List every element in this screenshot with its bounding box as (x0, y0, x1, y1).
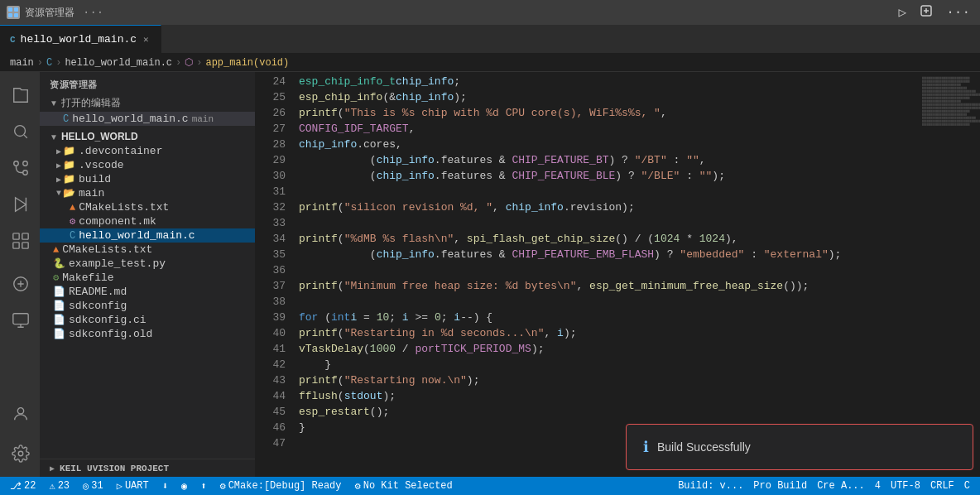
makefile-icon: ⚙ (53, 272, 59, 284)
more-icon[interactable]: ··· (943, 5, 973, 20)
sidebar-item-hello-main[interactable]: C hello_world_main.c (40, 228, 255, 243)
sidebar-label: CMakeLists.txt (62, 243, 152, 256)
status-eol[interactable]: CRLF (927, 480, 958, 492)
sidebar-item-readme[interactable]: 📄 README.md (40, 285, 255, 299)
svg-point-6 (14, 161, 19, 166)
title-text: 资源管理器 (25, 6, 74, 20)
activity-remote[interactable] (3, 304, 36, 337)
status-download[interactable]: ⬇ (159, 480, 171, 493)
activity-bar (0, 72, 40, 477)
sidebar-item-sdkconfig-old[interactable]: 📄 sdkconfig.old (40, 327, 255, 341)
open-file-badge: main (192, 114, 214, 124)
cmake-icon: ▲ (70, 202, 75, 214)
svg-rect-3 (14, 13, 18, 17)
status-pro-build[interactable]: Pro Build (750, 480, 810, 492)
sidebar-item-build[interactable]: ▶ 📁 build (40, 172, 255, 186)
chevron-down-icon: ▼ (50, 132, 58, 142)
status-connect[interactable]: ◉ (178, 480, 190, 493)
root-folder-section[interactable]: ▼ HELLO_WORLD (40, 126, 255, 144)
breadcrumb-main[interactable]: main (10, 57, 34, 69)
open-file-item[interactable]: C hello_world_main.c main (40, 112, 255, 126)
git-icon: ⎇ (10, 480, 22, 493)
activity-search[interactable] (3, 115, 36, 148)
sidebar-item-example-test[interactable]: 🐍 example_test.py (40, 257, 255, 271)
sidebar-label: sdkconfig.ci (69, 314, 147, 326)
line-numbers: 2425262728293031323334353637383940414243… (255, 72, 292, 477)
keil-project-label: KEIL UVISION PROJECT (60, 464, 169, 473)
comp-icon: ⚙ (70, 215, 75, 228)
tab-label: hello_world_main.c (21, 33, 137, 46)
status-lang[interactable]: C (961, 480, 973, 492)
breadcrumb-function[interactable]: app_main(void) (205, 57, 289, 69)
chevron-right-icon: ▶ (53, 161, 61, 171)
folder-icon: 📁 (63, 159, 75, 171)
sidebar-item-makefile[interactable]: ⚙ Makefile (40, 271, 255, 285)
svg-rect-2 (8, 13, 12, 17)
sidebar-label: Makefile (62, 272, 113, 284)
status-kit[interactable]: ⚙ No Kit Selected (352, 480, 456, 493)
activity-run[interactable] (3, 188, 36, 221)
title-bar-left: 资源管理器 ··· (7, 6, 103, 20)
tab-close-button[interactable]: ✕ (142, 32, 151, 46)
file-icon: 📄 (53, 300, 65, 312)
sidebar-item-sdkconfig-ci[interactable]: 📄 sdkconfig.ci (40, 313, 255, 327)
tab-hello-world-main[interactable]: C hello_world_main.c ✕ (0, 25, 161, 53)
code-editor[interactable]: 2425262728293031323334353637383940414243… (255, 72, 980, 477)
sidebar-item-vscode[interactable]: ▶ 📁 .vscode (40, 158, 255, 172)
cmake-icon: ▲ (53, 244, 59, 256)
sidebar-item-sdkconfig[interactable]: 📄 sdkconfig (40, 299, 255, 313)
activity-source-control[interactable] (3, 151, 36, 185)
sidebar-label: .devcontainer (79, 145, 162, 157)
code-content[interactable]: esp_chip_info_t chip_info; esp_chip_info… (292, 72, 906, 477)
status-num[interactable]: 4 (872, 480, 884, 492)
status-branch-text: 22 (24, 480, 36, 492)
sidebar-item-cmakelists-main[interactable]: ▲ CMakeLists.txt (40, 200, 255, 214)
info-icon: ℹ (643, 438, 649, 456)
status-pro-build-text: Pro Build (753, 480, 807, 492)
breadcrumb-filename[interactable]: hello_world_main.c (65, 57, 172, 69)
sidebar-item-main[interactable]: ▼ 📂 main (40, 186, 255, 200)
activity-account[interactable] (3, 397, 36, 430)
svg-rect-1 (14, 7, 18, 12)
kit-icon: ⚙ (355, 480, 361, 493)
sidebar-item-component-mk[interactable]: ⚙ component.mk (40, 214, 255, 228)
build-success-notification: ℹ Build Successfully (626, 424, 973, 470)
status-build[interactable]: Build: v... (675, 480, 747, 492)
chevron-right-icon: ▶ (53, 147, 61, 156)
folder-open-icon: 📂 (63, 187, 75, 199)
chevron-right-icon: ▶ (53, 175, 61, 185)
status-upload[interactable]: ⬆ (197, 480, 209, 493)
chevron-right-icon: ▶ (50, 464, 55, 473)
title-dots[interactable]: ··· (83, 6, 103, 19)
svg-rect-15 (13, 314, 28, 324)
root-folder-name: HELLO_WORLD (61, 131, 138, 142)
uart-icon: ▷ (117, 480, 122, 493)
app-icon (7, 6, 20, 19)
status-remote[interactable]: ◎ 31 (79, 480, 107, 493)
open-file-name: hello_world_main.c (72, 113, 188, 125)
open-editors-label: 打开的编辑器 (61, 96, 121, 110)
tab-bar: C hello_world_main.c ✕ (0, 25, 980, 54)
activity-explorer[interactable] (3, 79, 36, 112)
status-cmake[interactable]: ⚙ CMake:[Debug] Ready (216, 480, 344, 493)
status-errors[interactable]: ⚠ 23 (46, 480, 73, 493)
open-editors-section[interactable]: ▼ 打开的编辑器 (40, 94, 255, 112)
editor-area: 2425262728293031323334353637383940414243… (255, 72, 980, 477)
sidebar-item-cmakelists-root[interactable]: ▲ CMakeLists.txt (40, 243, 255, 257)
keil-project-section[interactable]: ▶ KEIL UVISION PROJECT (40, 459, 255, 477)
debug-icon[interactable] (916, 4, 936, 22)
status-encoding[interactable]: UTF-8 (887, 480, 924, 492)
sidebar-label: hello_world_main.c (79, 229, 195, 242)
chevron-down-icon: ▼ (53, 189, 61, 198)
run-button[interactable]: ▷ (896, 4, 910, 21)
sidebar-item-devcontainer[interactable]: ▶ 📁 .devcontainer (40, 144, 255, 158)
status-cre-text: Cre A... (817, 480, 865, 492)
status-uart[interactable]: ▷ UART (113, 480, 152, 493)
breadcrumb-c-icon: C (46, 57, 52, 69)
status-branch[interactable]: ⎇ 22 (7, 480, 39, 493)
activity-espressif[interactable] (3, 267, 36, 300)
activity-extensions[interactable] (3, 224, 36, 257)
eol-text: CRLF (930, 480, 954, 492)
activity-settings[interactable] (3, 437, 36, 470)
status-cre[interactable]: Cre A... (814, 480, 868, 492)
